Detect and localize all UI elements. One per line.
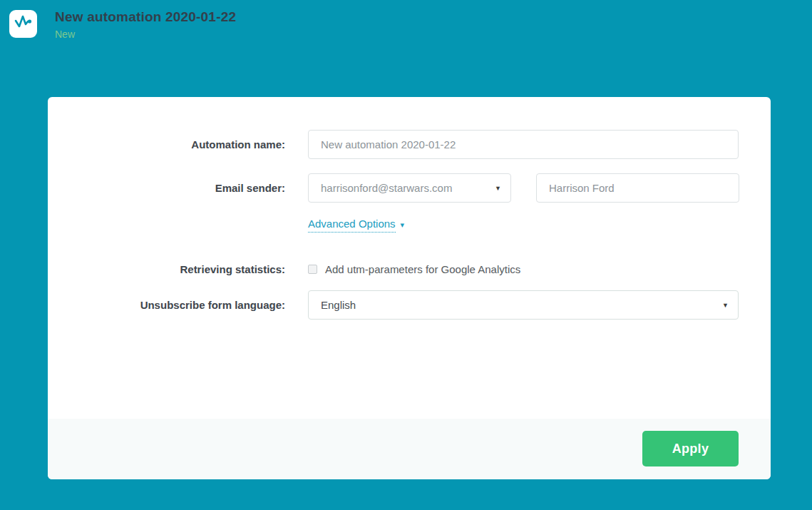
app-header: New automation 2020-01-22 New xyxy=(0,0,812,50)
utm-parameters-checkbox[interactable] xyxy=(308,265,317,274)
automation-name-row: Automation name: xyxy=(48,130,771,159)
status-badge: New xyxy=(55,29,236,40)
advanced-options-link[interactable]: Advanced Options ▾ xyxy=(308,218,404,233)
unsubscribe-language-select[interactable]: English xyxy=(308,290,739,320)
chevron-down-icon: ▾ xyxy=(401,221,405,229)
automation-app-logo xyxy=(9,10,37,38)
sender-name-input[interactable] xyxy=(536,173,739,203)
utm-parameters-label: Add utm-parameters for Google Analytics xyxy=(325,263,520,275)
unsubscribe-language-row: Unsubscribe form language: English ▼ xyxy=(48,290,771,320)
sender-email-select-wrap: harrisonford@starwars.com ▼ xyxy=(308,173,511,203)
email-sender-row: Email sender: harrisonford@starwars.com … xyxy=(48,173,771,203)
automation-settings-card: Automation name: Email sender: harrisonf… xyxy=(48,97,771,479)
language-select-wrap: English ▼ xyxy=(308,290,739,320)
advanced-options-label: Advanced Options xyxy=(308,218,396,233)
unsubscribe-language-label: Unsubscribe form language: xyxy=(48,299,285,311)
pulse-icon xyxy=(14,13,33,35)
retrieving-statistics-label: Retrieving statistics: xyxy=(48,263,285,275)
apply-button[interactable]: Apply xyxy=(642,431,739,466)
email-sender-label: Email sender: xyxy=(48,182,285,194)
sender-email-select[interactable]: harrisonford@starwars.com xyxy=(308,173,511,203)
automation-name-input[interactable] xyxy=(308,130,739,159)
advanced-options-row: Advanced Options ▾ xyxy=(48,216,771,233)
page-title: New automation 2020-01-22 xyxy=(55,9,236,25)
retrieving-statistics-row: Retrieving statistics: Add utm-parameter… xyxy=(48,261,771,277)
card-footer: Apply xyxy=(48,419,771,479)
automation-name-label: Automation name: xyxy=(48,138,285,151)
